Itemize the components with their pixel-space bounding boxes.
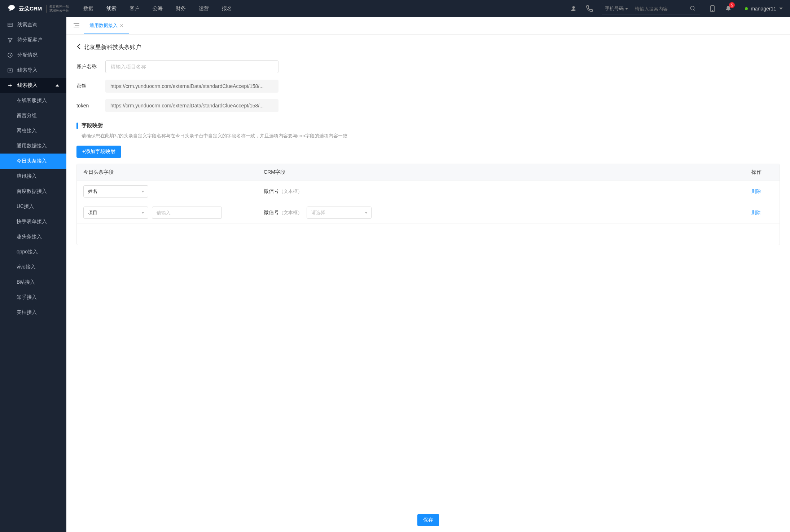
sidebar-subitem[interactable]: 快手表单接入 [0, 214, 66, 229]
chevron-down-icon [779, 8, 783, 10]
nav-item[interactable]: 客户 [130, 5, 140, 12]
user-add-icon[interactable]: + [570, 5, 577, 12]
logo: 云朵CRM 教育机构一站 式服务云平台 [7, 4, 69, 13]
sidebar-subitem[interactable]: 腾讯接入 [0, 169, 66, 184]
notification-badge: 5 [729, 2, 735, 8]
sidebar-subitem[interactable]: oppo接入 [0, 244, 66, 260]
section-hint: 请确保您在此填写的头条自定义字段名称与在今日头条平台中自定义的字段名称一致，并且… [76, 133, 780, 139]
nav-item[interactable]: 运营 [199, 5, 209, 12]
sidebar-icon [7, 37, 13, 43]
status-dot [745, 7, 748, 10]
delete-button[interactable]: 删除 [751, 210, 761, 215]
search-input[interactable] [631, 6, 685, 12]
nav: 数据线索客户公海财务运营报名 [83, 5, 564, 12]
search-button[interactable] [685, 5, 700, 12]
main-content: 通用数据接入 ✕ 北京昱新科技头条账户 账户名称 密钥 token [66, 17, 790, 532]
chevron-up-icon [56, 84, 59, 87]
sidebar-subitem[interactable]: 知乎接入 [0, 290, 66, 305]
svg-point-12 [10, 85, 10, 86]
sidebar-icon [7, 22, 13, 28]
sidebar-subitem[interactable]: vivo接入 [0, 260, 66, 275]
toutiao-field-select[interactable]: 姓名 [83, 185, 148, 198]
section-bar [76, 123, 78, 129]
account-input[interactable] [105, 60, 278, 73]
tabs-bar: 通用数据接入 ✕ [66, 17, 790, 35]
footer-bar: 保存 [66, 508, 790, 532]
header-toutiao: 今日头条字段 [83, 169, 264, 176]
token-input[interactable] [105, 99, 278, 112]
mapping-table: 今日头条字段 CRM字段 操作 姓名 微信号（文本框） 删除 项目 [76, 164, 780, 245]
svg-point-3 [690, 6, 694, 10]
tabs-collapse-button[interactable] [69, 23, 84, 29]
svg-rect-7 [8, 23, 12, 27]
nav-item[interactable]: 报名 [222, 5, 232, 12]
page-title: 北京昱新科技头条账户 [84, 44, 141, 51]
section-header: 字段映射 [76, 122, 780, 129]
sidebar-subitem[interactable]: UC接入 [0, 199, 66, 214]
phone-icon[interactable] [586, 5, 593, 12]
nav-item[interactable]: 财务 [176, 5, 186, 12]
user-menu[interactable]: manager11 [745, 6, 783, 12]
svg-text:+: + [575, 9, 576, 11]
crm-field-select[interactable]: 请选择 [307, 207, 372, 219]
sidebar-item[interactable]: 分配情况 [0, 48, 66, 63]
sidebar-item[interactable]: 线索导入 [0, 63, 66, 78]
account-label: 账户名称 [76, 63, 105, 70]
table-header: 今日头条字段 CRM字段 操作 [77, 164, 780, 181]
section-title: 字段映射 [82, 122, 103, 129]
header: 云朵CRM 教育机构一站 式服务云平台 数据线索客户公海财务运营报名 + 手机号… [0, 0, 790, 17]
header-crm: CRM字段 [264, 169, 751, 176]
logo-icon [7, 4, 16, 13]
search-type-select[interactable]: 手机号码 [602, 3, 631, 14]
mobile-icon[interactable] [709, 5, 716, 12]
username: manager11 [751, 6, 776, 12]
sidebar-subitem[interactable]: B站接入 [0, 275, 66, 290]
toutiao-field-select[interactable]: 项目 [83, 207, 148, 219]
page-header: 北京昱新科技头条账户 [76, 43, 780, 52]
nav-item[interactable]: 公海 [153, 5, 163, 12]
back-button[interactable] [76, 43, 81, 52]
sidebar-subitem[interactable]: 留言分组 [0, 108, 66, 123]
svg-point-6 [712, 10, 713, 11]
table-row: 项目 微信号（文本框） 请选择 删除 [77, 202, 780, 223]
sidebar-icon [7, 52, 13, 58]
add-field-mapping-button[interactable]: +添加字段映射 [76, 146, 121, 158]
nav-item[interactable]: 数据 [83, 5, 93, 12]
save-button[interactable]: 保存 [417, 514, 439, 526]
sidebar-subitem[interactable]: 美柚接入 [0, 305, 66, 320]
sidebar: 线索查询待分配客户分配情况线索导入线索接入在线客服接入留言分组网校接入通用数据接… [0, 17, 66, 532]
key-input[interactable] [105, 80, 278, 93]
tab-active[interactable]: 通用数据接入 ✕ [84, 17, 129, 34]
sidebar-subitem[interactable]: 百度数据接入 [0, 184, 66, 199]
sidebar-icon [7, 67, 13, 73]
logo-subtitle: 教育机构一站 式服务云平台 [46, 5, 69, 13]
key-label: 密钥 [76, 83, 105, 89]
sidebar-subitem[interactable]: 今日头条接入 [0, 154, 66, 169]
svg-line-4 [694, 9, 695, 10]
table-row: 姓名 微信号（文本框） 删除 [77, 181, 780, 202]
notification-button[interactable]: 5 [725, 5, 732, 12]
nav-item[interactable]: 线索 [106, 5, 117, 12]
sidebar-item[interactable]: 线索查询 [0, 17, 66, 32]
delete-button[interactable]: 删除 [751, 189, 761, 194]
sidebar-icon [7, 83, 13, 88]
sidebar-subitem[interactable]: 通用数据接入 [0, 138, 66, 154]
header-action: 操作 [751, 169, 773, 176]
token-label: token [76, 103, 105, 108]
sidebar-subitem[interactable]: 在线客服接入 [0, 93, 66, 108]
sidebar-subitem[interactable]: 网校接入 [0, 123, 66, 138]
logo-text: 云朵CRM [19, 5, 42, 12]
sidebar-item[interactable]: 线索接入 [0, 78, 66, 93]
sidebar-item[interactable]: 待分配客户 [0, 32, 66, 48]
crm-field-value: 微信号（文本框） [264, 188, 302, 195]
chevron-down-icon [625, 8, 628, 10]
svg-point-0 [572, 6, 575, 9]
tab-label: 通用数据接入 [89, 22, 118, 29]
sidebar-subitem[interactable]: 趣头条接入 [0, 229, 66, 244]
crm-field-value: 微信号（文本框） [264, 209, 302, 216]
toutiao-field-input[interactable] [152, 207, 222, 219]
search-box: 手机号码 [602, 3, 700, 14]
tab-close-button[interactable]: ✕ [120, 23, 123, 28]
